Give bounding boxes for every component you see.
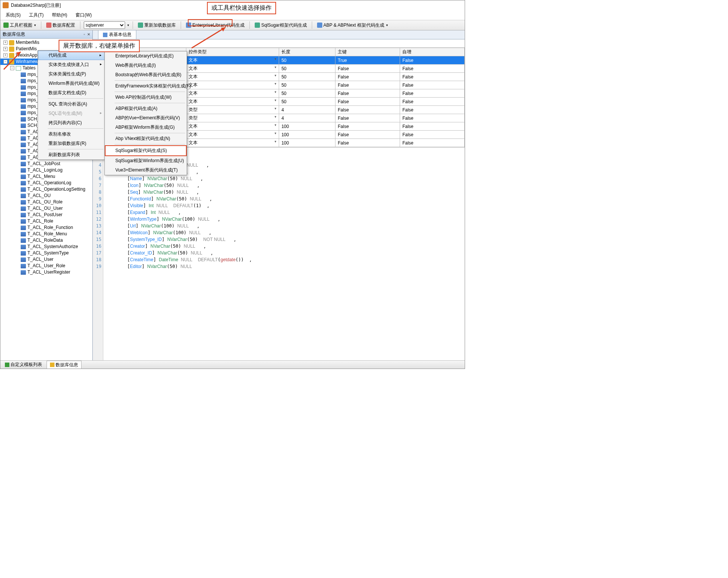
menu-item[interactable]: ABP框架Winform界面生成(G) [105, 123, 187, 132]
menu-item[interactable]: 拷贝列表内容(C) [38, 118, 105, 128]
context-menu[interactable]: 代码生成▸EnterpriseLibrary代码生成(E)Web界面代码生成(I… [38, 50, 105, 160]
window-title: Database2Sharp[已注册] [11, 2, 61, 9]
table-node[interactable]: T_ACL_RoleData [0, 237, 92, 244]
table-node[interactable]: T_ACL_OperationLogSetting [0, 186, 92, 193]
menu-item[interactable]: Bootstrap的Web界面代码生成(B) [105, 70, 187, 80]
app-icon [3, 2, 9, 8]
arrow-icon [188, 26, 233, 52]
menu-item[interactable]: EntityFramework实体框架代码生成(F) [105, 81, 187, 91]
globe-icon [3, 23, 9, 28]
table-icon [103, 33, 107, 37]
table-node[interactable]: T_ACL_UserRegister [0, 269, 92, 275]
table-node[interactable]: T_ACL_Role_Menu [0, 231, 92, 237]
table-node[interactable]: T_ACL_Role [0, 218, 92, 224]
code-area: 2345678910111213141516171819 [ID] NVarCh… [93, 147, 465, 360]
table-node[interactable]: T_ACL_Role_Function [0, 224, 92, 231]
menu-item[interactable]: 重新加载数据库(R) [38, 139, 105, 148]
footer-tab-dbinfo[interactable]: 数据库信息 [47, 361, 82, 369]
line-gutter: 2345678910111213141516171819 [93, 148, 103, 360]
menu-tools[interactable]: 工具(T) [29, 12, 44, 18]
table-node[interactable]: T_ACL_JobPost [0, 161, 92, 167]
menu-item[interactable]: SqlSugar框架代码生成(S) [105, 145, 187, 156]
toolbar-sqlsugar-button[interactable]: SqlSugar框架代码生成 [253, 21, 308, 29]
menu-help[interactable]: 帮助(H) [52, 12, 67, 18]
footer-tabs: 自定义模板列表 数据库信息 [0, 360, 465, 369]
pin-icon[interactable]: ▫ [83, 32, 85, 36]
menu-system[interactable]: 系统(S) [6, 12, 21, 18]
subheader: 表字段基本信息 [93, 39, 465, 48]
toolbar-abp-button[interactable]: ABP & ABPNext 框架代码生成▾ [316, 21, 390, 29]
sql-code[interactable]: [ID] NVarChar(50) NOT NULL , [PID] NVarC… [103, 148, 465, 360]
menu-item[interactable]: 实体类生成快速入口▸ [38, 60, 105, 69]
toolbar-dbconfig-button[interactable]: 数据库配置 [45, 21, 77, 29]
grid-header[interactable]: 自增 [400, 48, 465, 56]
svg-line-0 [192, 27, 225, 48]
template-icon [5, 363, 9, 367]
dbconfig-icon [46, 23, 51, 28]
close-icon[interactable]: ✕ [87, 32, 90, 36]
footer-tab-templates[interactable]: 自定义模板列表 [2, 361, 45, 369]
sidebar-title: 数据库信息 [3, 31, 25, 38]
menu-item[interactable]: EnterpriseLibrary代码生成(E) [105, 51, 187, 61]
sqlsugar-icon [255, 23, 260, 28]
menu-window[interactable]: 窗口(W) [76, 12, 92, 18]
tab-table-info[interactable]: 表基本信息 [98, 30, 136, 39]
menu-item: SQL语句生成(M)▸ [38, 109, 105, 118]
toolbar-server-select[interactable]: sqlserver [84, 21, 125, 29]
menu-item[interactable]: Abp VNext框架代码生成(N) [105, 134, 187, 143]
table-node[interactable]: T_ACL_LoginLog [0, 167, 92, 173]
table-node[interactable]: T_ACL_PostUser [0, 212, 92, 218]
reload-icon [138, 23, 143, 28]
tabstrip: 表基本信息 [93, 30, 465, 39]
menu-item[interactable]: Vue3+Element界面代码生成(T) [105, 166, 187, 175]
table-node[interactable]: T_ACL_OU_User [0, 205, 92, 212]
menu-item[interactable]: 数据库文档生成(D) [38, 88, 105, 98]
toolbar-view-button[interactable]: 工具栏视图▾ [2, 21, 38, 29]
context-submenu[interactable]: EnterpriseLibrary代码生成(E)Web界面代码生成(I)Boot… [104, 51, 187, 175]
menu-item[interactable]: SQL 查询分析器(A) [38, 99, 105, 109]
db-icon [50, 363, 54, 367]
menu-item[interactable]: 实体类属性生成(P) [38, 69, 105, 79]
arrow-icon [2, 49, 24, 71]
menu-item[interactable]: Web API控制器代码生成(W) [105, 93, 187, 102]
table-node[interactable]: T_ACL_OU [0, 193, 92, 199]
grid-header[interactable]: 长度 [279, 48, 335, 56]
table-node[interactable]: T_ACL_OU_Role [0, 199, 92, 205]
menu-item[interactable]: ABP框架代码生成(A) [105, 104, 187, 113]
abp-icon [317, 23, 322, 28]
menu-item[interactable]: Winform界面代码生成(W) [38, 79, 105, 88]
table-node[interactable]: T_ACL_User_Role [0, 263, 92, 269]
callout-toolbar: 或工具栏快速选择操作 [207, 2, 276, 14]
table-node[interactable]: T_ACL_SystemType [0, 250, 92, 256]
sidebar-header: 数据库信息 ▫✕ [0, 30, 92, 39]
menu-item[interactable]: Web界面代码生成(I) [105, 61, 187, 70]
menu-item[interactable]: SqlSugar框架Winform界面生成(U) [105, 156, 187, 166]
grid-header[interactable]: 主键 [335, 48, 400, 56]
menu-item[interactable]: 刷新数据库列表 [38, 150, 105, 160]
table-node[interactable]: T_ACL_SystemAuthorize [0, 244, 92, 250]
menu-item[interactable]: ABP的Vue+Element界面代码(V) [105, 113, 187, 123]
table-node[interactable]: T_ACL_User [0, 256, 92, 263]
toolbar-reload-button[interactable]: 重新加载数据库 [136, 21, 177, 29]
table-node[interactable]: T_ACL_Menu [0, 173, 92, 180]
table-node[interactable]: T_ACL_OperationLog [0, 180, 92, 186]
menu-item[interactable]: 表别名修改 [38, 129, 105, 139]
callout-tree: 展开数据库，右键菜单操作 [59, 40, 140, 52]
